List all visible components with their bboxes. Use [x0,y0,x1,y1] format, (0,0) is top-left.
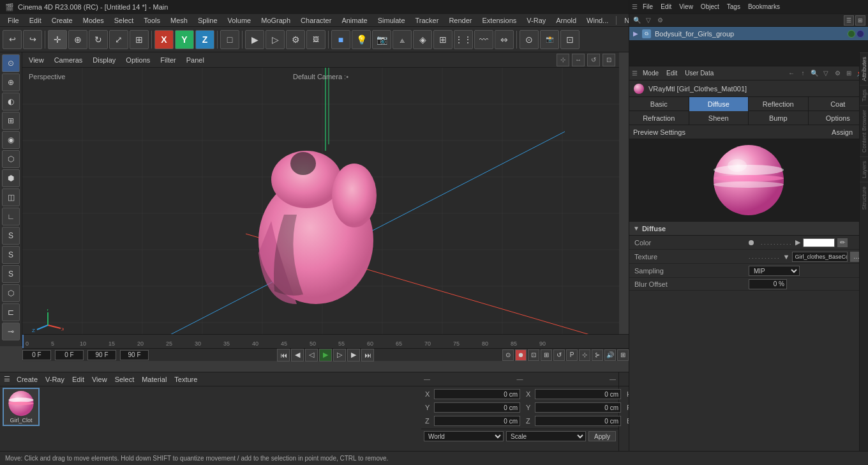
material-menu-toggle[interactable]: ☰ [3,374,11,385]
next-frame-button[interactable]: ▶ [347,349,360,362]
menu-edit[interactable]: Edit [24,15,47,26]
timeline-icon-2[interactable]: ⏺ [515,349,527,361]
vp-menu-display[interactable]: Display [90,55,118,65]
menu-simulate[interactable]: Simulate [373,15,410,26]
coord-x-input[interactable] [434,389,520,399]
select-tool[interactable]: ⊕ [68,30,87,49]
tab-bump[interactable]: Bump [749,111,809,125]
generator-button[interactable]: ◈ [413,30,432,49]
render-region-button[interactable]: 🖼 [306,30,326,49]
menu-file[interactable]: File [3,15,24,26]
sym-button[interactable]: ⇔ [495,30,514,49]
object-visible-icon[interactable] [848,30,855,38]
transform-tool[interactable]: ⊞ [130,30,149,49]
hair-button[interactable]: 〰 [474,30,493,49]
mograph-button[interactable]: ⋮⋮ [454,30,473,49]
timeline-icon-9[interactable]: 🔊 [604,349,616,361]
array-button[interactable]: ⊞ [433,30,453,49]
render-settings-button[interactable]: ⚙ [286,30,305,49]
timeline-icon-8[interactable]: ⊱ [592,349,603,361]
mat-menu-view[interactable]: View [89,374,110,385]
color-swatch[interactable] [803,238,835,247]
attr-search-icon[interactable]: 🔍 [809,68,819,79]
obj-menu-file[interactable]: File [640,3,655,11]
vp-menu-filter[interactable]: Filter [158,55,178,65]
left-tool-5[interactable]: ⬡ [2,150,20,168]
diffuse-section-header[interactable]: ▼ Diffuse [629,222,868,236]
left-tool-8[interactable]: ∟ [2,208,20,225]
camera-button[interactable]: 📷 [372,30,391,49]
coord-rz-input[interactable] [535,416,621,426]
menu-mesh[interactable]: Mesh [165,15,193,26]
vp-menu-panel[interactable]: Panel [184,55,207,65]
obj-menu-edit[interactable]: Edit [658,3,674,11]
menu-render[interactable]: Render [444,15,477,26]
playhead[interactable] [22,335,24,348]
prev-frame-button[interactable]: ◀ [291,349,304,362]
timeline-icon-1[interactable]: ⊙ [502,349,514,361]
obj-menu-tags[interactable]: Tags [724,3,743,11]
z-axis-button[interactable]: Z [195,30,214,49]
prev-keyframe-button[interactable]: ◁ [305,349,318,362]
left-tool-9[interactable]: S [2,227,20,245]
attr-back-icon[interactable]: ← [786,68,797,79]
obj-filter-icon[interactable]: ▽ [643,15,654,26]
tab-structure[interactable]: Structure [860,182,868,214]
vp-menu-cameras[interactable]: Cameras [52,55,86,65]
render-button[interactable]: ▷ [266,30,285,49]
timeline-icon-5[interactable]: ↺ [553,349,565,361]
vp-icon-1[interactable]: ⊹ [557,54,569,66]
undo-button[interactable]: ↩ [3,30,22,49]
assign-label[interactable]: Assign [832,128,853,136]
left-tool-10[interactable]: S [2,246,20,264]
tab-diffuse[interactable]: Diffuse [689,97,749,111]
left-tool-2[interactable]: ◐ [2,93,20,111]
object-item[interactable]: ▶ G Bodysuit_for_Girls_group [629,27,868,41]
obj-icon-view2[interactable]: ⊞ [855,15,865,26]
obj-search-icon[interactable]: 🔍 [632,15,642,26]
tab-layers[interactable]: Layers [860,156,868,182]
menu-character[interactable]: Character [296,15,336,26]
left-tool-12[interactable]: ⬡ [2,284,20,302]
coord-z-input[interactable] [434,416,520,426]
preview-settings-label[interactable]: Preview Settings [633,128,685,136]
light-button[interactable]: 💡 [352,30,371,49]
coord-y-input[interactable] [434,402,520,413]
menu-arnold[interactable]: Arnold [551,15,581,26]
menu-tracker[interactable]: Tracker [410,15,444,26]
menu-modes[interactable]: Modes [78,15,109,26]
goto-start-button[interactable]: ⏮ [277,349,290,362]
color-edit-button[interactable]: ✏ [837,238,848,247]
tab-reflection[interactable]: Reflection [749,97,809,111]
menu-create[interactable]: Create [47,15,78,26]
mat-menu-material[interactable]: Material [139,374,169,385]
menu-wind[interactable]: Wind... [581,15,613,26]
tab-basic[interactable]: Basic [629,97,689,111]
obj-menu-view[interactable]: View [677,3,696,11]
vp-icon-4[interactable]: ⊡ [602,54,615,66]
attr-up-icon[interactable]: ↑ [798,68,808,79]
vp-menu-view[interactable]: View [26,55,47,65]
attr-menu-userdata[interactable]: User Data [682,69,716,77]
frame-input-2[interactable] [55,350,84,360]
tab-tags[interactable]: Tags [860,85,868,105]
attr-menu-toggle[interactable]: ☰ [632,70,638,77]
next-keyframe-button[interactable]: ▷ [333,349,346,362]
polygon-button[interactable]: □ [220,30,239,49]
left-tool-11[interactable]: S [2,265,20,283]
color-arrow-icon[interactable]: ▶ [795,238,800,247]
scale-tool[interactable]: ⤢ [109,30,128,49]
attr-filter-icon[interactable]: ▽ [821,68,831,79]
tab-content-browser[interactable]: Content Browser [860,105,868,156]
menu-animate[interactable]: Animate [336,15,372,26]
left-tool-13[interactable]: ⊏ [2,303,20,321]
left-tool-4[interactable]: ◉ [2,131,20,149]
rotate-tool[interactable]: ↻ [89,30,108,49]
tab-refraction[interactable]: Refraction [629,111,689,125]
current-frame-input[interactable] [22,350,51,360]
mat-menu-edit[interactable]: Edit [70,374,87,385]
x-axis-button[interactable]: X [154,30,174,49]
coord-rx-input[interactable] [535,389,621,399]
render-preview-button[interactable]: ▶ [245,30,264,49]
timeline-icon-10[interactable]: ⊞ [617,349,629,361]
